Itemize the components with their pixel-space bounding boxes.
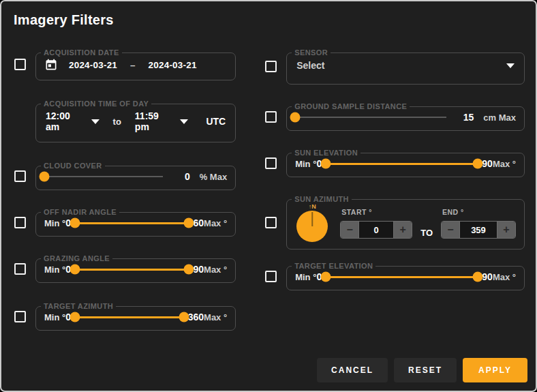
start-date-value[interactable]: 2024-03-21 [69, 60, 117, 70]
sensor-checkbox[interactable] [265, 61, 277, 72]
end-date-value[interactable]: 2024-03-21 [149, 60, 197, 70]
cloud-cover-slider[interactable] [44, 171, 163, 182]
left-column: ACQUISITION DATE 2024-03-21 – 2024-03-21… [12, 48, 236, 331]
timezone-label: UTC [206, 116, 226, 127]
sun-elevation-checkbox[interactable] [265, 157, 277, 169]
slider-handle-max[interactable] [179, 312, 189, 322]
end-time-select[interactable]: 11:59 pm [135, 110, 170, 132]
sun-elevation-fieldset: SUN ELEVATION Min ° 0 90 Max ° [286, 149, 525, 177]
target-azimuth-legend: TARGET AZIMUTH [41, 302, 116, 310]
min-label: Min ° [44, 218, 65, 228]
compass-widget: ↑N [296, 203, 328, 242]
acquisition-date-legend: ACQUISITION DATE [41, 48, 122, 57]
chevron-down-icon[interactable] [506, 63, 515, 68]
target-elevation-slider[interactable] [326, 271, 478, 282]
sensor-select[interactable]: Select [287, 57, 524, 84]
ground-sample-distance-slider[interactable] [295, 112, 446, 123]
cloud-cover-row: CLOUD COVER 0 % Max [12, 162, 236, 190]
target-elevation-checkbox[interactable] [265, 271, 277, 282]
calendar-icon[interactable] [44, 58, 58, 72]
azimuth-start-input[interactable] [358, 222, 394, 238]
apply-button[interactable]: APPLY [463, 358, 527, 382]
start-time-select[interactable]: 12:00 am [46, 110, 80, 132]
acquisition-time-fieldset: ACQUISITION TIME OF DAY 12:00 am to 11:5… [35, 100, 236, 142]
cloud-cover-checkbox[interactable] [14, 170, 26, 182]
max-value: 90 [193, 264, 204, 275]
max-label: Max ° [204, 265, 227, 275]
acquisition-date-row: ACQUISITION DATE 2024-03-21 – 2024-03-21 [12, 48, 236, 80]
max-value: 90 [482, 158, 493, 169]
off-nadir-angle-fieldset: OFF NADIR ANGLE Min ° 0 60 Max ° [35, 208, 236, 237]
off-nadir-angle-legend: OFF NADIR ANGLE [41, 208, 119, 216]
min-label: Min ° [295, 272, 316, 282]
cancel-button[interactable]: CANCEL [317, 358, 388, 382]
target-azimuth-fieldset: TARGET AZIMUTH Min ° 0 360 Max ° [35, 302, 236, 331]
max-value: 90 [482, 271, 493, 282]
slider-handle-max[interactable] [184, 265, 194, 275]
sensor-fieldset: SENSOR Select [286, 48, 525, 85]
compass-dial[interactable] [296, 211, 328, 242]
filters-grid: ACQUISITION DATE 2024-03-21 – 2024-03-21… [12, 48, 525, 331]
max-label: Max ° [493, 272, 516, 282]
slider-handle[interactable] [290, 112, 301, 123]
slider-handle-min[interactable] [321, 159, 331, 169]
off-nadir-angle-row: OFF NADIR ANGLE Min ° 0 60 Max ° [12, 208, 236, 237]
sun-azimuth-legend: SUN AZIMUTH [292, 195, 352, 203]
grazing-angle-checkbox[interactable] [14, 263, 26, 275]
azimuth-end-input[interactable] [459, 222, 497, 238]
chevron-down-icon[interactable] [180, 119, 188, 124]
grazing-angle-row: GRAZING ANGLE Min ° 0 90 Max ° [12, 254, 236, 283]
sun-elevation-legend: SUN ELEVATION [292, 149, 360, 157]
max-label: Max ° [204, 218, 227, 228]
max-value: 360 [188, 312, 204, 322]
increment-button[interactable]: + [394, 222, 412, 238]
acquisition-time-legend: ACQUISITION TIME OF DAY [41, 100, 151, 108]
start-label: START ° [341, 208, 412, 216]
dialog-footer: CANCEL RESET APPLY [317, 358, 527, 382]
compass-needle-icon [311, 212, 313, 226]
min-label: Min ° [44, 312, 65, 322]
off-nadir-angle-checkbox[interactable] [14, 217, 26, 228]
grazing-angle-slider[interactable] [75, 264, 189, 275]
slider-handle-min[interactable] [70, 218, 80, 228]
slider-handle-max[interactable] [473, 159, 483, 169]
off-nadir-angle-slider[interactable] [75, 217, 189, 228]
slider-handle-min[interactable] [70, 312, 80, 322]
chevron-down-icon[interactable] [91, 119, 99, 124]
sun-azimuth-fieldset: SUN AZIMUTH ↑N START ° − + [286, 195, 525, 250]
ground-sample-distance-checkbox[interactable] [265, 111, 277, 123]
sensor-legend: SENSOR [292, 48, 331, 57]
ground-sample-distance-value: 15 [459, 112, 474, 123]
increment-button[interactable]: + [497, 222, 515, 238]
slider-handle[interactable] [40, 172, 50, 182]
decrement-button[interactable]: − [341, 222, 358, 238]
right-column: SENSOR Select GROUND SAMPLE DISTANCE [263, 48, 525, 331]
max-label: Max ° [204, 312, 227, 322]
target-azimuth-checkbox[interactable] [14, 311, 26, 322]
azimuth-to-label: TO [420, 228, 433, 242]
acquisition-date-checkbox[interactable] [14, 59, 26, 70]
time-to-label: to [113, 117, 121, 127]
slider-handle-max[interactable] [473, 272, 483, 282]
target-elevation-fieldset: TARGET ELEVATION Min ° 0 90 Max ° [286, 262, 525, 290]
sun-azimuth-checkbox[interactable] [265, 217, 277, 228]
date-range-separator: – [130, 60, 136, 70]
imagery-filters-dialog: Imagery Filters ACQUISITION DATE 2024-03… [0, 0, 537, 392]
target-azimuth-slider[interactable] [75, 312, 184, 322]
ground-sample-distance-unit: cm Max [483, 112, 516, 123]
slider-handle-min[interactable] [321, 272, 331, 282]
sun-elevation-slider[interactable] [326, 158, 478, 169]
acquisition-date-fieldset: ACQUISITION DATE 2024-03-21 – 2024-03-21 [35, 48, 236, 80]
target-elevation-row: TARGET ELEVATION Min ° 0 90 Max ° [263, 262, 525, 290]
slider-handle-min[interactable] [70, 265, 80, 275]
max-label: Max ° [493, 159, 516, 169]
sensor-row: SENSOR Select [263, 48, 525, 85]
min-label: Min ° [295, 159, 316, 169]
decrement-button[interactable]: − [442, 222, 459, 238]
ground-sample-distance-legend: GROUND SAMPLE DISTANCE [292, 102, 410, 110]
slider-handle-max[interactable] [184, 218, 194, 228]
sensor-selected-value: Select [296, 60, 324, 71]
end-label: END ° [442, 208, 516, 216]
azimuth-end-group: END ° − + [441, 207, 516, 239]
reset-button[interactable]: RESET [394, 358, 457, 382]
